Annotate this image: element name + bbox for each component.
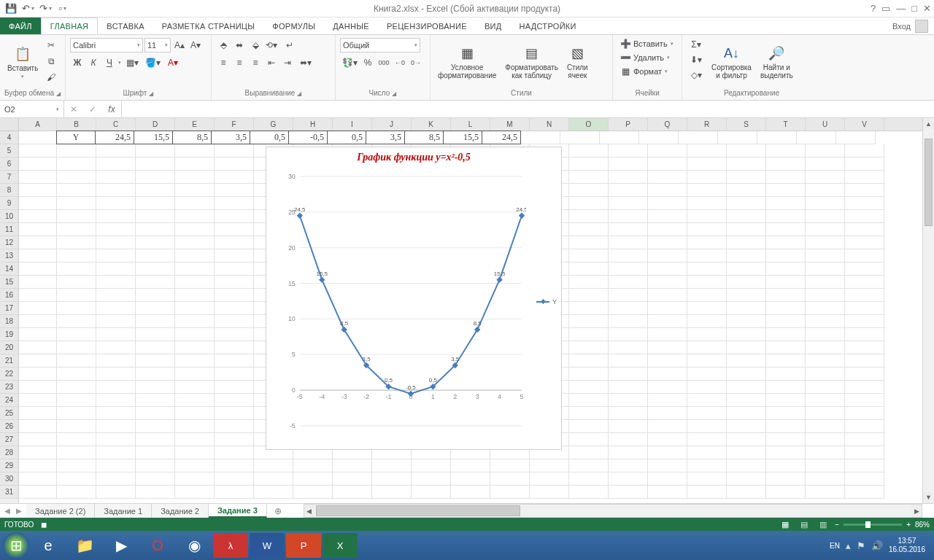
cell-A28[interactable] bbox=[19, 446, 57, 459]
cell-V17[interactable] bbox=[845, 302, 884, 315]
cell-T18[interactable] bbox=[766, 315, 806, 328]
cell-O14[interactable] bbox=[569, 262, 609, 276]
cell-T23[interactable] bbox=[766, 381, 806, 394]
cell-Q6[interactable] bbox=[648, 158, 687, 171]
redo-icon[interactable]: ↷▾ bbox=[38, 1, 54, 16]
sheet-tab[interactable]: Задание 2 (2) bbox=[26, 504, 95, 518]
cell-S14[interactable] bbox=[727, 262, 766, 276]
align-center-icon[interactable]: ≡ bbox=[232, 55, 247, 70]
col-header-Q[interactable]: Q bbox=[648, 118, 687, 131]
cell-S17[interactable] bbox=[727, 302, 766, 315]
tab-review[interactable]: РЕЦЕНЗИРОВАНИЕ bbox=[378, 18, 476, 34]
cell-U22[interactable] bbox=[806, 368, 845, 381]
row-header-25[interactable]: 25 bbox=[0, 407, 18, 420]
tab-addins[interactable]: НАДСТРОЙКИ bbox=[510, 18, 584, 34]
cell-U15[interactable] bbox=[806, 276, 845, 289]
cell-P6[interactable] bbox=[609, 158, 648, 171]
hscroll-right-icon[interactable]: ▶ bbox=[911, 505, 922, 517]
cell-T7[interactable] bbox=[766, 171, 806, 184]
row-header-4[interactable]: 4 bbox=[0, 131, 18, 144]
cell-D4[interactable]: 15,5 bbox=[134, 131, 173, 144]
cell-E18[interactable] bbox=[175, 315, 215, 328]
cell-E17[interactable] bbox=[175, 302, 215, 315]
cell-Q30[interactable] bbox=[648, 472, 687, 486]
cell-L30[interactable] bbox=[451, 472, 490, 486]
cell-S28[interactable] bbox=[727, 446, 766, 459]
cell-Q31[interactable] bbox=[648, 486, 687, 499]
cell-A22[interactable] bbox=[19, 368, 57, 381]
cell-V22[interactable] bbox=[845, 368, 884, 381]
indent-dec-icon[interactable]: ⇤ bbox=[264, 55, 279, 70]
cell-P5[interactable] bbox=[609, 144, 648, 158]
cell-F29[interactable] bbox=[215, 459, 254, 472]
cell-Q10[interactable] bbox=[648, 210, 687, 223]
cell-D10[interactable] bbox=[136, 210, 175, 223]
cell-F12[interactable] bbox=[215, 236, 254, 249]
cell-Q11[interactable] bbox=[648, 223, 687, 236]
tray-up-icon[interactable]: ▴ bbox=[846, 540, 851, 551]
cell-V6[interactable] bbox=[845, 158, 884, 171]
cell-R25[interactable] bbox=[687, 407, 727, 420]
cell-U6[interactable] bbox=[806, 158, 845, 171]
align-bottom-icon[interactable]: ⬙ bbox=[248, 38, 263, 52]
cell-I31[interactable] bbox=[333, 486, 372, 499]
cell-P19[interactable] bbox=[609, 328, 648, 341]
cell-P13[interactable] bbox=[609, 249, 648, 262]
cell-R21[interactable] bbox=[687, 354, 727, 368]
cell-V27[interactable] bbox=[845, 433, 884, 446]
cell-A4[interactable] bbox=[19, 131, 57, 144]
col-header-D[interactable]: D bbox=[136, 118, 175, 131]
cell-O21[interactable] bbox=[569, 354, 609, 368]
cell-L31[interactable] bbox=[451, 486, 490, 499]
cell-A27[interactable] bbox=[19, 433, 57, 446]
cell-B17[interactable] bbox=[57, 302, 96, 315]
cell-B10[interactable] bbox=[57, 210, 96, 223]
cell-M31[interactable] bbox=[490, 486, 530, 499]
cell-V21[interactable] bbox=[845, 354, 884, 368]
row-header-6[interactable]: 6 bbox=[0, 158, 18, 171]
cell-S12[interactable] bbox=[727, 236, 766, 249]
row-header-30[interactable]: 30 bbox=[0, 472, 18, 486]
tab-layout[interactable]: РАЗМЕТКА СТРАНИЦЫ bbox=[153, 18, 264, 34]
cell-V16[interactable] bbox=[845, 289, 884, 302]
cell-I30[interactable] bbox=[333, 472, 372, 486]
row-header-11[interactable]: 11 bbox=[0, 223, 18, 236]
paste-button[interactable]: 📋 Вставить ▾ bbox=[4, 36, 41, 88]
cell-T6[interactable] bbox=[766, 158, 806, 171]
cell-R20[interactable] bbox=[687, 341, 727, 354]
row-header-16[interactable]: 16 bbox=[0, 289, 18, 302]
cell-F25[interactable] bbox=[215, 407, 254, 420]
cell-D29[interactable] bbox=[136, 459, 175, 472]
sheet-nav-next-icon[interactable]: ▶ bbox=[16, 507, 22, 515]
cell-K31[interactable] bbox=[412, 486, 451, 499]
taskbar-chrome-icon[interactable]: ◉ bbox=[177, 533, 212, 558]
cell-C23[interactable] bbox=[96, 381, 136, 394]
tray-lang[interactable]: EN bbox=[830, 542, 840, 550]
cell-E6[interactable] bbox=[175, 158, 215, 171]
horizontal-scrollbar[interactable]: ◀ ▶ bbox=[304, 504, 922, 518]
cell-F26[interactable] bbox=[215, 420, 254, 433]
cell-T17[interactable] bbox=[766, 302, 806, 315]
cell-Q26[interactable] bbox=[648, 420, 687, 433]
cell-F9[interactable] bbox=[215, 197, 254, 210]
cell-styles-button[interactable]: ▧Стили ячеек bbox=[564, 36, 591, 88]
cell-T9[interactable] bbox=[766, 197, 806, 210]
cell-A31[interactable] bbox=[19, 486, 57, 499]
col-header-G[interactable]: G bbox=[254, 118, 293, 131]
cell-H30[interactable] bbox=[293, 472, 333, 486]
cell-T31[interactable] bbox=[766, 486, 806, 499]
cell-D20[interactable] bbox=[136, 341, 175, 354]
cell-C16[interactable] bbox=[96, 289, 136, 302]
cell-O30[interactable] bbox=[569, 472, 609, 486]
cell-E21[interactable] bbox=[175, 354, 215, 368]
cell-Q25[interactable] bbox=[648, 407, 687, 420]
cell-U25[interactable] bbox=[806, 407, 845, 420]
format-painter-icon[interactable]: 🖌 bbox=[44, 70, 58, 85]
cell-P24[interactable] bbox=[609, 394, 648, 407]
tab-formulas[interactable]: ФОРМУЛЫ bbox=[263, 18, 324, 34]
formula-bar[interactable] bbox=[122, 101, 934, 117]
cell-V4[interactable] bbox=[836, 131, 876, 144]
cell-A8[interactable] bbox=[19, 184, 57, 197]
col-header-P[interactable]: P bbox=[609, 118, 648, 131]
view-page-break-icon[interactable]: ▥ bbox=[816, 519, 830, 529]
